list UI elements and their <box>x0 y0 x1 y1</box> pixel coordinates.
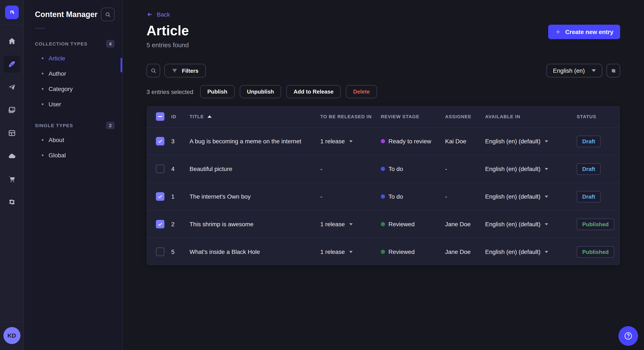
row-checkbox[interactable] <box>156 247 164 256</box>
subnav-section: SINGLE TYPES 2 About Global <box>35 119 114 163</box>
chevron-down-icon <box>545 251 548 253</box>
sidebar-item-user[interactable]: User <box>35 97 114 112</box>
section-label: COLLECTION TYPES <box>35 41 88 46</box>
main-content: Back Article 5 entries found Create new … <box>123 0 644 350</box>
gear-icon <box>610 67 616 74</box>
view-settings-button[interactable] <box>606 64 620 77</box>
locale-dropdown[interactable]: English (en) (default) <box>485 221 548 227</box>
table-row[interactable]: 4 Beautiful picture - To do - English (e… <box>146 155 620 182</box>
release-dropdown[interactable]: 1 release <box>320 248 352 255</box>
column-header-title: TITLE <box>190 114 320 119</box>
app-root: KD Content Manager COLLECTION TYPES 4 Ar… <box>0 0 644 350</box>
subnav-title: Content Manager <box>35 10 98 19</box>
cell-assignee: - <box>445 166 485 172</box>
content-manager-feather-icon[interactable] <box>3 56 20 73</box>
release-dropdown[interactable]: 1 release <box>320 221 352 227</box>
table-body: 3 A bug is becoming a meme on the intern… <box>146 127 620 265</box>
add-to-release-button[interactable]: Add to Release <box>286 85 341 98</box>
chevron-down-icon <box>349 251 352 253</box>
release-dropdown[interactable]: 1 release <box>320 138 352 145</box>
cell-review-stage: Ready to review <box>388 138 431 145</box>
media-library-images-icon[interactable] <box>3 102 20 119</box>
subnav-search-button[interactable] <box>101 8 114 21</box>
filter-icon <box>172 68 178 74</box>
delete-button[interactable]: Delete <box>346 85 377 98</box>
list-toolbar: Filters English (en) <box>146 64 620 77</box>
cloud-icon[interactable] <box>3 148 20 165</box>
chevron-down-icon <box>545 140 548 142</box>
bullet-icon <box>42 154 44 156</box>
cell-id: 1 <box>171 193 190 200</box>
bullet-icon <box>42 57 44 59</box>
table-row[interactable]: 5 What's inside a Black Hole 1 release R… <box>146 238 620 265</box>
user-avatar[interactable]: KD <box>3 327 20 344</box>
content-type-builder-layout-icon[interactable] <box>3 125 20 142</box>
filters-button[interactable]: Filters <box>164 64 206 77</box>
cell-review-stage: Reviewed <box>388 221 415 227</box>
release-dropdown[interactable]: - <box>320 166 322 172</box>
available-in-value: English (en) (default) <box>485 248 540 255</box>
status-badge: Draft <box>577 163 601 175</box>
marketplace-cart-icon[interactable] <box>3 171 20 187</box>
sidebar-item-about[interactable]: About <box>35 132 114 148</box>
sidebar-item-global[interactable]: Global <box>35 148 114 163</box>
back-label: Back <box>157 11 170 18</box>
section-count-badge: 2 <box>106 122 114 129</box>
cell-assignee: - <box>445 193 485 200</box>
sidebar-item-article[interactable]: Article <box>35 51 114 66</box>
unpublish-button[interactable]: Unpublish <box>240 85 281 98</box>
help-button[interactable] <box>618 326 638 346</box>
releases-paper-plane-icon[interactable] <box>3 79 20 96</box>
rail-footer: KD <box>0 322 24 350</box>
bullet-icon <box>42 103 44 105</box>
review-stage-dot <box>381 250 385 254</box>
back-link[interactable]: Back <box>146 11 170 18</box>
cell-title: A bug is becoming a meme on the internet <box>190 138 320 145</box>
column-header-review-stage: REVIEW STAGE <box>381 114 445 119</box>
locale-dropdown[interactable]: English (en) (default) <box>485 248 548 255</box>
filters-label: Filters <box>182 67 198 74</box>
table-row[interactable]: 1 The internet's Own boy - To do - Engli… <box>146 182 620 210</box>
sidebar-item-label: Article <box>48 55 65 62</box>
release-dropdown[interactable]: - <box>320 193 322 200</box>
publish-button[interactable]: Publish <box>200 85 234 98</box>
strapi-logo-glyph <box>8 9 15 16</box>
cell-id: 3 <box>171 138 190 145</box>
locale-select[interactable]: English (en) <box>547 64 602 77</box>
chevron-down-icon <box>349 140 352 142</box>
table-row[interactable]: 2 This shrimp is awesome 1 release Revie… <box>146 210 620 238</box>
status-badge: Draft <box>577 191 601 202</box>
row-checkbox[interactable] <box>156 137 164 146</box>
locale-value: English (en) <box>553 67 585 74</box>
sidebar-item-label: Category <box>48 85 73 92</box>
row-checkbox[interactable] <box>156 220 164 228</box>
check-icon <box>158 194 163 199</box>
cell-assignee: Kai Doe <box>445 138 485 145</box>
locale-dropdown[interactable]: English (en) (default) <box>485 166 548 172</box>
locale-dropdown[interactable]: English (en) (default) <box>485 138 548 145</box>
locale-dropdown[interactable]: English (en) (default) <box>485 193 548 200</box>
settings-gear-icon[interactable] <box>3 193 20 210</box>
sidebar-item-category[interactable]: Category <box>35 81 114 97</box>
content-manager-subnav: Content Manager COLLECTION TYPES 4 Artic… <box>24 0 123 350</box>
sort-ascending-icon[interactable] <box>207 115 212 118</box>
row-checkbox[interactable] <box>156 192 164 201</box>
sidebar-item-author[interactable]: Author <box>35 66 114 81</box>
table-search-button[interactable] <box>146 64 160 77</box>
chevron-down-icon <box>349 223 352 225</box>
available-in-value: English (en) (default) <box>485 166 540 172</box>
chevron-down-icon <box>545 223 548 225</box>
strapi-logo[interactable] <box>5 5 18 19</box>
release-value: 1 release <box>320 248 345 255</box>
cell-title: Beautiful picture <box>190 166 320 172</box>
bulk-actions-bar: 3 entries selected Publish Unpublish Add… <box>146 85 620 98</box>
table-row[interactable]: 3 A bug is becoming a meme on the intern… <box>146 127 620 155</box>
sidebar-item-label: About <box>48 137 64 143</box>
create-new-entry-button[interactable]: Create new entry <box>548 25 620 39</box>
home-icon[interactable] <box>3 33 20 50</box>
cell-id: 2 <box>171 221 190 227</box>
row-checkbox[interactable] <box>156 165 164 173</box>
check-icon <box>158 139 163 144</box>
scrollbar-thumb[interactable] <box>120 58 122 72</box>
select-all-checkbox[interactable] <box>156 112 164 121</box>
